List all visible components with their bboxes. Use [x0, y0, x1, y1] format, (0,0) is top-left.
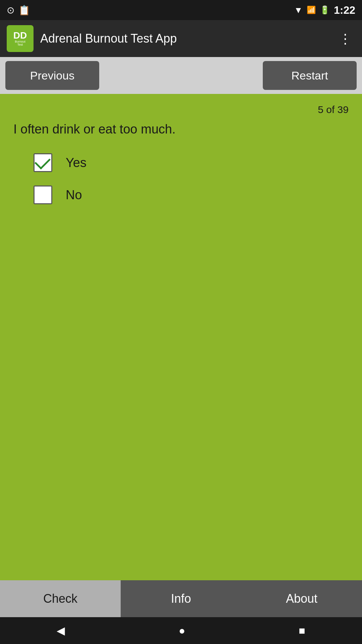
tab-check[interactable]: Check — [0, 580, 121, 617]
recent-button[interactable]: ■ — [299, 625, 305, 637]
tab-about-label: About — [286, 592, 317, 606]
green-space — [0, 214, 362, 597]
menu-icon[interactable]: ⋮ — [335, 28, 355, 50]
no-checkbox[interactable] — [34, 185, 52, 204]
tab-info-label: Info — [171, 592, 191, 606]
app-bar-left: DD BurnoutTest Adrenal Burnout Test App — [7, 25, 177, 52]
app-bar: DD BurnoutTest Adrenal Burnout Test App … — [0, 20, 362, 57]
previous-button[interactable]: Previous — [5, 61, 99, 90]
restart-button[interactable]: Restart — [263, 61, 357, 90]
tab-about[interactable]: About — [241, 580, 362, 617]
logo-dd: DD — [13, 31, 27, 40]
no-option[interactable]: No — [34, 185, 349, 204]
home-button[interactable]: ● — [179, 625, 185, 637]
wifi-icon: ▼ — [294, 5, 303, 15]
main-content: 5 of 39 I often drink or eat too much. Y… — [0, 94, 362, 214]
status-bar: ⊙ 📋 ▼ 📶 🔋 1:22 — [0, 0, 362, 20]
question-progress: 5 of 39 — [13, 104, 349, 115]
bottom-tabs: Check Info About — [0, 580, 362, 617]
yes-option[interactable]: Yes — [34, 153, 349, 172]
sim-icon: ⊙ — [7, 5, 14, 16]
status-left-icons: ⊙ 📋 — [7, 5, 30, 16]
tab-check-label: Check — [43, 592, 77, 606]
back-button[interactable]: ◀ — [57, 624, 65, 637]
tab-info[interactable]: Info — [121, 580, 241, 617]
app-container: ⊙ 📋 ▼ 📶 🔋 1:22 DD BurnoutTest Adrenal Bu… — [0, 0, 362, 644]
status-right-icons: ▼ 📶 🔋 1:22 — [294, 4, 355, 16]
yes-checkbox[interactable] — [34, 153, 52, 172]
current-time: 1:22 — [334, 4, 355, 16]
answer-options: Yes No — [34, 153, 349, 204]
question-text: I often drink or eat too much. — [13, 122, 349, 137]
app-logo: DD BurnoutTest — [7, 25, 34, 52]
logo-sub: BurnoutTest — [15, 40, 25, 46]
yes-label: Yes — [66, 156, 86, 170]
clipboard-icon: 📋 — [18, 5, 30, 16]
signal-icon: 📶 — [307, 6, 316, 14]
battery-icon: 🔋 — [320, 5, 330, 15]
navigation-bar: Previous Restart — [0, 57, 362, 94]
app-title: Adrenal Burnout Test App — [40, 32, 177, 46]
system-navigation: ◀ ● ■ — [0, 617, 362, 644]
content-area: 5 of 39 I often drink or eat too much. Y… — [0, 94, 362, 644]
no-label: No — [66, 188, 82, 202]
